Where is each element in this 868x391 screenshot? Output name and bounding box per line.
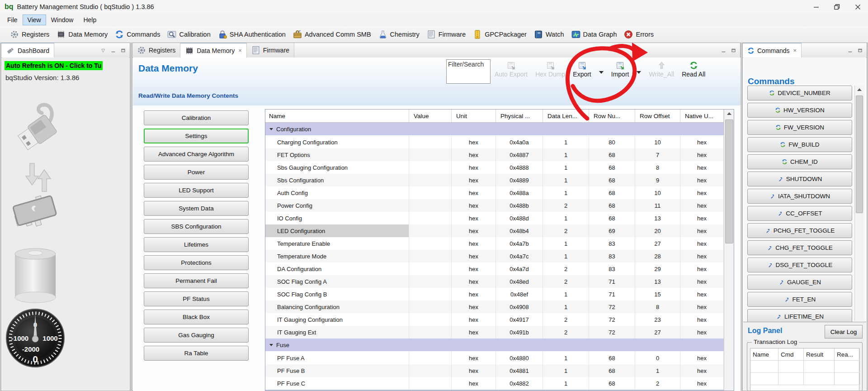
column-header-value[interactable]: Value — [409, 110, 452, 122]
toolbar-button-advanced-comm-smb[interactable]: Advanced Comm SMB — [289, 29, 375, 40]
table-row-pf-fuse-b[interactable]: PF Fuse Bhex0x48811681hex — [265, 364, 724, 377]
toolbar-button-watch[interactable]: Watch — [530, 29, 568, 40]
close-tab-icon[interactable]: × — [238, 47, 242, 54]
close-button[interactable] — [847, 0, 868, 14]
table-row-temperature-enable[interactable]: Temperature Enablehex0x4a7b18327hex — [265, 237, 724, 250]
category-black-box[interactable]: Black Box — [144, 310, 249, 324]
table-row-auth-config[interactable]: Auth Confighex0x488a16810hex — [265, 186, 724, 199]
command-iata-shutdown[interactable]: IATA_SHUTDOWN — [747, 189, 852, 204]
category-gas-gauging[interactable]: Gas Gauging — [144, 328, 249, 343]
table-row-da-configuration[interactable]: DA Configurationhex0x4a7d28329hex — [265, 262, 724, 275]
hex-dump-button[interactable]: Hex Dump — [535, 59, 565, 78]
minimize-view-icon[interactable] — [720, 47, 726, 53]
table-row-it-gauging-configuration[interactable]: IT Gauging Configurationhex0x491727223he… — [265, 313, 724, 326]
minimize-view-icon[interactable] — [847, 47, 853, 53]
command-hw-version[interactable]: HW_VERSION — [747, 103, 852, 118]
group-row-configuration[interactable]: Configuration — [265, 123, 724, 136]
category-power[interactable]: Power — [144, 165, 249, 180]
category-sbs-configuration[interactable]: SBS Configuration — [144, 219, 249, 234]
restore-button[interactable] — [826, 0, 847, 14]
chevron-down-icon[interactable] — [269, 344, 273, 346]
command-dsg-fet-toggle[interactable]: DSG_FET_TOGGLE — [747, 257, 852, 272]
filter-search-input[interactable] — [446, 59, 491, 84]
clear-log-button[interactable]: Clear Log — [825, 325, 863, 339]
table-row-temperature-mode[interactable]: Temperature Modehex0x4a7c18328hex — [265, 250, 724, 262]
column-header-unit[interactable]: Unit — [452, 110, 496, 122]
commands-scrollbar[interactable] — [854, 86, 864, 321]
table-row-io-config[interactable]: IO Confighex0x488d16813hex — [265, 212, 724, 224]
table-row-sbs-configuration[interactable]: Sbs Configurationhex0x48891689hex — [265, 174, 724, 186]
table-row-power-config[interactable]: Power Confighex0x488b26811hex — [265, 199, 724, 212]
table-row-it-gauging-ext[interactable]: IT Gauging Exthex0x491b27227hex — [265, 326, 724, 339]
menu-item-file[interactable]: File — [3, 15, 22, 25]
table-row-soc-flag-config-a[interactable]: SOC Flag Config Ahex0x48ed27113hex — [265, 275, 724, 288]
toolbar-button-calibration[interactable]: Calibration — [164, 29, 214, 40]
column-header-physical[interactable]: Physical ... — [496, 110, 543, 122]
tab-commands[interactable]: Commands × — [743, 43, 802, 57]
close-tab-icon[interactable]: × — [793, 47, 797, 54]
tab-dashboard[interactable]: DashBoard — [1, 43, 54, 57]
table-row-led-configuration[interactable]: LED Configurationhex0x48b426920hex — [265, 224, 724, 237]
group-row-fuse[interactable]: Fuse — [265, 339, 724, 352]
toolbar-button-registers[interactable]: Registers — [6, 29, 53, 40]
command-cc-offset[interactable]: CC_OFFSET — [747, 206, 852, 221]
command-pchg-fet-toggle[interactable]: PCHG_FET_TOGGLE — [747, 223, 852, 238]
command-lifetime-en[interactable]: LIFETIME_EN — [747, 309, 852, 322]
category-permanent-fail[interactable]: Permanent Fail — [144, 273, 249, 288]
column-header-row-offset[interactable]: Row Offset — [635, 110, 680, 122]
command-device-number[interactable]: DEVICE_NUMBER — [747, 86, 852, 100]
toolbar-button-firmware[interactable]: Firmware — [423, 29, 469, 40]
toolbar-button-commands[interactable]: Commands — [111, 29, 164, 40]
category-ra-table[interactable]: Ra Table — [144, 346, 249, 361]
command-chem-id[interactable]: CHEM_ID — [747, 154, 852, 169]
menu-item-window[interactable]: Window — [47, 15, 78, 25]
toolbar-button-errors[interactable]: Errors — [620, 29, 657, 40]
table-row-fet-options[interactable]: FET Optionshex0x48871687hex — [265, 148, 724, 161]
export-dropdown-icon[interactable] — [599, 71, 604, 74]
menu-item-view[interactable]: View — [23, 15, 46, 25]
chevron-down-icon[interactable] — [269, 128, 273, 130]
scrollbar-thumb[interactable] — [725, 119, 733, 243]
table-scrollbar[interactable] — [724, 110, 734, 391]
view-menu-icon[interactable]: ▽ — [100, 47, 106, 53]
auto-export-button[interactable]: Auto Export — [495, 59, 528, 78]
category-pf-status[interactable]: PF Status — [144, 291, 249, 306]
table-row-balancing-configuration[interactable]: Balancing Configurationhex0x49081728hex — [265, 300, 724, 313]
table-row-pf-fuse-c[interactable]: PF Fuse Chex0x48821682hex — [265, 377, 724, 390]
category-advanced-charge-algorithm[interactable]: Advanced Charge Algorithm — [144, 147, 249, 162]
import-button[interactable]: Import — [611, 59, 629, 78]
column-header-row-nu[interactable]: Row Nu... — [589, 110, 635, 122]
column-header-data-len[interactable]: Data Len... — [543, 110, 589, 122]
table-row-charging-configuration[interactable]: Charging Configurationhex0x4a0a18010hex — [265, 136, 724, 148]
export-button[interactable]: Export — [573, 59, 591, 78]
minimize-button[interactable] — [806, 0, 826, 14]
toolbar-button-chemistry[interactable]: Chemistry — [375, 29, 423, 40]
menu-item-help[interactable]: Help — [79, 15, 101, 25]
command-shutdown[interactable]: SHUTDOWN — [747, 172, 852, 186]
read-all-button[interactable]: Read All — [682, 59, 705, 78]
column-header-name[interactable]: Name — [265, 110, 409, 122]
category-lifetimes[interactable]: Lifetimes — [144, 237, 249, 252]
category-settings[interactable]: Settings — [144, 129, 249, 143]
import-dropdown-icon[interactable] — [637, 71, 641, 74]
category-calibration[interactable]: Calibration — [144, 110, 249, 125]
maximize-view-icon[interactable] — [730, 47, 736, 53]
table-row-pf-fuse-a[interactable]: PF Fuse Ahex0x48801680hex — [265, 352, 724, 364]
category-system-data[interactable]: System Data — [144, 201, 249, 216]
tab-registers[interactable]: Registers — [132, 43, 180, 57]
tab-firmware[interactable]: Firmware — [247, 43, 294, 57]
table-row-sbs-gauging-configuration[interactable]: Sbs Gauging Configurationhex0x48881688he… — [265, 161, 724, 174]
toolbar-button-sha-authentication[interactable]: SHA Authentication — [214, 29, 289, 40]
maximize-view-icon[interactable] — [857, 47, 863, 53]
command-gauge-en[interactable]: GAUGE_EN — [747, 275, 852, 290]
category-led-support[interactable]: LED Support — [144, 183, 249, 198]
command-fw-version[interactable]: FW_VERSION — [747, 120, 852, 135]
toolbar-button-gpcpackager[interactable]: GPCPackager — [469, 29, 530, 40]
scrollbar-thumb[interactable] — [856, 95, 863, 213]
maximize-view-icon[interactable] — [120, 47, 126, 53]
toolbar-button-data-graph[interactable]: Data Graph — [568, 29, 621, 40]
toolbar-button-data-memory[interactable]: Data Memory — [53, 29, 111, 40]
command-fw-build[interactable]: FW_BUILD — [747, 137, 852, 152]
column-header-native-u[interactable]: Native U... — [680, 110, 724, 122]
scroll-up-arrow-icon[interactable] — [724, 110, 734, 118]
